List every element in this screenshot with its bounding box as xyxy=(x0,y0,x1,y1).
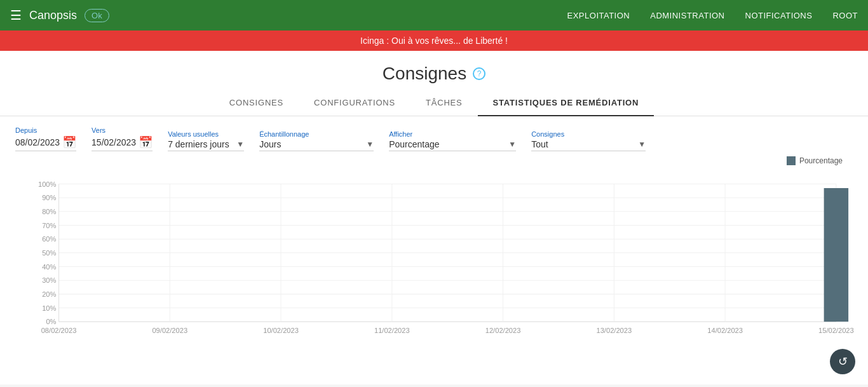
valeurs-select[interactable]: 7 derniers jours ▼ xyxy=(168,139,244,151)
chart-area: Pourcentage 0%10%20%30%40%50%60%70%80%90… xyxy=(0,156,868,347)
svg-text:11/02/2023: 11/02/2023 xyxy=(374,327,410,334)
ok-badge: Ok xyxy=(85,9,109,22)
afficher-select[interactable]: Pourcentage ▼ xyxy=(389,139,516,151)
tab-configurations[interactable]: CONFIGURATIONS xyxy=(299,90,410,116)
nav-administration[interactable]: ADMINISTRATION xyxy=(650,11,724,20)
page-title: Consignes ? xyxy=(383,64,485,84)
svg-text:10/02/2023: 10/02/2023 xyxy=(263,327,299,334)
consignes-value: Tout xyxy=(531,139,638,149)
vers-calendar-icon[interactable]: 📅 xyxy=(139,135,153,149)
echantillonnage-dropdown-icon: ▼ xyxy=(366,140,374,149)
svg-text:80%: 80% xyxy=(42,208,56,215)
depuis-filter: Depuis 08/02/2023 📅 xyxy=(15,126,76,151)
tab-statistiques[interactable]: STATISTIQUES DE REMÉDIATION xyxy=(478,90,654,116)
refresh-icon: ↺ xyxy=(838,355,848,369)
svg-text:14/02/2023: 14/02/2023 xyxy=(707,327,743,334)
consignes-label: Consignes xyxy=(531,130,646,138)
echantillonnage-select[interactable]: Jours ▼ xyxy=(259,139,374,151)
echantillonnage-value: Jours xyxy=(259,139,366,149)
top-nav: ☰ Canopsis Ok EXPLOITATION ADMINISTRATIO… xyxy=(0,0,868,31)
afficher-value: Pourcentage xyxy=(389,139,508,149)
svg-text:08/02/2023: 08/02/2023 xyxy=(41,327,77,334)
main-content: Consignes ? CONSIGNES CONFIGURATIONS TÂC… xyxy=(0,51,868,384)
svg-text:20%: 20% xyxy=(42,290,56,298)
svg-text:13/02/2023: 13/02/2023 xyxy=(597,327,632,334)
filters-row: Depuis 08/02/2023 📅 Vers 15/02/2023 📅 Va… xyxy=(0,116,868,156)
chart-svg: 0%10%20%30%40%50%60%70%80%90%100%08/02/2… xyxy=(32,174,843,346)
nav-notifications[interactable]: NOTIFICATIONS xyxy=(745,11,813,20)
svg-text:40%: 40% xyxy=(42,263,56,271)
svg-rect-38 xyxy=(824,188,848,322)
depuis-label: Depuis xyxy=(15,126,76,134)
alert-banner: Icinga : Oui à vos rêves... de Liberté ! xyxy=(0,31,868,51)
vers-value: 15/02/2023 xyxy=(92,137,136,147)
svg-text:30%: 30% xyxy=(42,276,56,284)
chart-legend: Pourcentage xyxy=(787,156,843,165)
vers-date-row: 15/02/2023 📅 xyxy=(92,135,153,151)
echantillonnage-label: Échantillonnage xyxy=(259,130,374,138)
brand-name: Canopsis xyxy=(29,9,77,22)
afficher-label: Afficher xyxy=(389,130,516,138)
afficher-filter: Afficher Pourcentage ▼ xyxy=(389,130,516,151)
hamburger-icon[interactable]: ☰ xyxy=(10,8,22,23)
svg-text:70%: 70% xyxy=(42,222,56,229)
svg-text:100%: 100% xyxy=(38,180,57,188)
svg-text:12/02/2023: 12/02/2023 xyxy=(485,327,521,334)
svg-text:09/02/2023: 09/02/2023 xyxy=(152,327,187,334)
tab-taches[interactable]: TÂCHES xyxy=(410,90,478,116)
consignes-select[interactable]: Tout ▼ xyxy=(531,139,646,151)
tab-consignes[interactable]: CONSIGNES xyxy=(214,90,299,116)
valeurs-filter: Valeurs usuelles 7 derniers jours ▼ xyxy=(168,130,244,151)
valeurs-dropdown-icon: ▼ xyxy=(236,140,244,149)
valeurs-value: 7 derniers jours xyxy=(168,139,236,149)
refresh-button[interactable]: ↺ xyxy=(830,349,855,374)
legend-color-box xyxy=(787,156,796,165)
depuis-value: 08/02/2023 xyxy=(15,137,60,147)
page-title-area: Consignes ? xyxy=(0,51,868,90)
vers-label: Vers xyxy=(92,126,153,134)
nav-exploitation[interactable]: EXPLOITATION xyxy=(567,11,630,20)
vers-filter: Vers 15/02/2023 📅 xyxy=(92,126,153,151)
depuis-date-row: 08/02/2023 📅 xyxy=(15,135,76,151)
tabs: CONSIGNES CONFIGURATIONS TÂCHES STATISTI… xyxy=(0,90,868,116)
svg-text:15/02/2023: 15/02/2023 xyxy=(818,327,854,334)
depuis-calendar-icon[interactable]: 📅 xyxy=(62,135,76,149)
consignes-filter: Consignes Tout ▼ xyxy=(531,130,646,151)
svg-text:60%: 60% xyxy=(42,235,56,243)
nav-right: EXPLOITATION ADMINISTRATION NOTIFICATION… xyxy=(567,11,858,20)
svg-text:90%: 90% xyxy=(42,194,56,201)
svg-text:10%: 10% xyxy=(42,304,56,312)
help-icon[interactable]: ? xyxy=(473,67,485,80)
svg-text:50%: 50% xyxy=(42,249,56,257)
afficher-dropdown-icon: ▼ xyxy=(508,140,516,149)
echantillonnage-filter: Échantillonnage Jours ▼ xyxy=(259,130,374,151)
banner-text: Icinga : Oui à vos rêves... de Liberté ! xyxy=(360,36,508,46)
consignes-dropdown-icon: ▼ xyxy=(638,140,646,149)
valeurs-label: Valeurs usuelles xyxy=(168,130,244,138)
nav-root[interactable]: ROOT xyxy=(832,11,858,20)
legend-label: Pourcentage xyxy=(799,156,843,165)
nav-left: ☰ Canopsis Ok xyxy=(10,8,109,23)
svg-text:0%: 0% xyxy=(46,318,56,325)
